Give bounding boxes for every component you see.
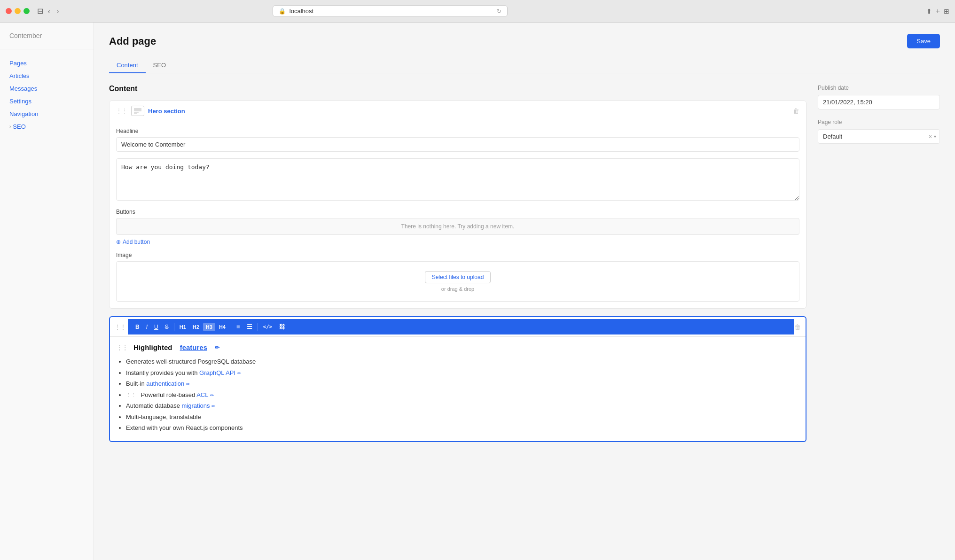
minimize-button[interactable] xyxy=(15,8,21,14)
migrations-link[interactable]: migrations xyxy=(182,402,210,409)
tabs: Content SEO xyxy=(109,58,940,73)
forward-button[interactable]: › xyxy=(55,7,61,16)
headline-input[interactable] xyxy=(116,137,799,152)
toolbar-ordered-list[interactable]: ☰ xyxy=(244,322,255,332)
item-drag-handle-2[interactable]: ⋮⋮ xyxy=(126,392,136,398)
content-layout: Content ⋮⋮ xyxy=(109,85,940,442)
upload-button[interactable]: Select files to upload xyxy=(425,271,491,283)
sidebar-brand: Contember xyxy=(0,32,94,49)
app-layout: Contember Pages Articles Messages Settin… xyxy=(0,23,955,560)
delete-hero-block-icon[interactable]: 🗑 xyxy=(793,107,799,115)
reload-icon[interactable]: ↻ xyxy=(497,8,501,15)
delete-features-block-icon[interactable]: 🗑 xyxy=(794,323,801,331)
hero-block-header: ⋮⋮ Hero section 🗑 xyxy=(110,101,806,121)
url-text: localhost xyxy=(290,8,313,15)
toolbar-h1[interactable]: H1 xyxy=(177,323,189,331)
browser-controls: ⊟ ‹ › xyxy=(37,7,61,16)
hero-block-title-row: ⋮⋮ Hero section xyxy=(116,106,185,116)
heading-text: Highlighted xyxy=(133,343,172,351)
list-item: ⋮⋮ Powerful role-based ACL ✏ xyxy=(126,390,799,400)
heading-link-word[interactable]: features xyxy=(180,343,207,351)
new-tab-icon[interactable]: + xyxy=(936,7,940,16)
toolbar-code[interactable]: </> xyxy=(260,322,275,331)
upload-zone[interactable]: Select files to upload or drag & drop xyxy=(116,261,799,302)
buttons-section: Buttons There is nothing here. Try addin… xyxy=(116,209,799,245)
link-edit-icon-4: ✏ xyxy=(211,404,215,409)
sidebar-link-pages[interactable]: Pages xyxy=(0,57,94,70)
back-button[interactable]: ‹ xyxy=(46,7,52,16)
close-button[interactable] xyxy=(6,8,12,14)
page-role-select[interactable]: Default Landing Blog xyxy=(818,129,940,144)
sidebar-divider xyxy=(0,49,94,49)
toolbar-unordered-list[interactable]: ≡ xyxy=(234,322,243,332)
hero-block-body: Headline How are you doing today? Button… xyxy=(110,121,806,308)
share-icon[interactable]: ⬆ xyxy=(926,8,932,15)
toolbar-bold[interactable]: B xyxy=(133,322,142,332)
grid-icon[interactable]: ⊞ xyxy=(944,8,949,15)
link-edit-icon-3: ✏ xyxy=(210,393,214,398)
graphql-link[interactable]: GraphQL API xyxy=(199,369,235,376)
sidebar-item-messages[interactable]: Messages xyxy=(0,82,94,95)
list-item: Built-in authentication ✏ xyxy=(126,379,799,389)
toolbar-h4[interactable]: H4 xyxy=(216,323,228,331)
tab-seo[interactable]: SEO xyxy=(146,58,173,73)
link-edit-icon: ✏ xyxy=(237,371,241,376)
buttons-empty-message: There is nothing here. Try adding a new … xyxy=(116,218,799,235)
sidebar-link-settings[interactable]: Settings xyxy=(0,95,94,108)
tab-content[interactable]: Content xyxy=(109,58,146,73)
sidebar-label-seo[interactable]: SEO xyxy=(13,123,25,130)
body-textarea[interactable]: How are you doing today? xyxy=(116,158,799,201)
acl-link[interactable]: ACL xyxy=(196,391,208,398)
sidebar-link-articles[interactable]: Articles xyxy=(0,70,94,82)
content-main: Content ⋮⋮ xyxy=(109,85,806,442)
sidebar-link-navigation[interactable]: Navigation xyxy=(0,108,94,120)
fullscreen-button[interactable] xyxy=(23,8,30,14)
toolbar-italic[interactable]: I xyxy=(143,322,150,332)
features-block-card: ⋮⋮ B I U S H1 H2 H3 H4 ≡ xyxy=(109,316,806,442)
save-button[interactable]: Save xyxy=(907,34,940,48)
svg-rect-0 xyxy=(134,108,141,111)
chevron-right-icon: › xyxy=(9,124,11,129)
list-item: Multi-language, translatable xyxy=(126,412,799,422)
sidebar-link-messages[interactable]: Messages xyxy=(0,82,94,95)
sidebar-item-seo[interactable]: › SEO xyxy=(0,120,94,133)
list-item: Generates well-structured PosgreSQL data… xyxy=(126,357,799,366)
browser-chrome: ⊟ ‹ › 🔒 localhost ↻ ⬆ + ⊞ xyxy=(0,0,955,23)
shield-icon: 🔒 xyxy=(279,8,286,15)
plus-circle-icon: ⊕ xyxy=(116,239,121,245)
add-button-label: Add button xyxy=(123,239,150,245)
toolbar-sep-3 xyxy=(258,323,258,331)
auth-link[interactable]: authentication xyxy=(146,380,184,387)
item-drag-handle[interactable]: ⋮⋮ xyxy=(117,344,128,351)
publish-date-input[interactable] xyxy=(818,95,940,109)
toolbar-underline[interactable]: U xyxy=(151,322,161,332)
clear-select-icon[interactable]: × xyxy=(929,133,932,140)
toolbar-link[interactable]: ⛓ xyxy=(276,322,288,332)
main-content: Add page Save Content SEO Content ⋮⋮ xyxy=(94,23,955,560)
sidebar-item-pages[interactable]: Pages xyxy=(0,57,94,70)
publish-date-label: Publish date xyxy=(818,85,940,91)
drag-handle-features[interactable]: ⋮⋮ xyxy=(115,324,126,330)
toolbar-strikethrough[interactable]: S xyxy=(162,322,172,332)
hero-block-title: Hero section xyxy=(148,108,185,115)
sidebar-nav: Pages Articles Messages Settings Navigat… xyxy=(0,57,94,133)
right-sidebar: Publish date Page role Default Landing B… xyxy=(818,85,940,153)
toolbar-sep-2 xyxy=(231,323,231,331)
drag-handle-hero[interactable]: ⋮⋮ xyxy=(116,108,127,114)
address-bar[interactable]: 🔒 localhost ↻ xyxy=(273,5,508,17)
editor-body[interactable]: ⋮⋮ Highlighted features ✏ Generates well… xyxy=(110,337,806,441)
upload-hint: or drag & drop xyxy=(441,286,474,292)
heading-link-icon: ✏ xyxy=(215,344,219,351)
toolbar-h2[interactable]: H2 xyxy=(190,323,202,331)
sidebar-item-settings[interactable]: Settings xyxy=(0,95,94,108)
sidebar-toggle-icon[interactable]: ⊟ xyxy=(37,7,43,16)
list-item: Extend with your own React.js components xyxy=(126,423,799,433)
sidebar-item-navigation[interactable]: Navigation xyxy=(0,108,94,120)
sidebar-item-articles[interactable]: Articles xyxy=(0,70,94,82)
editor-heading: ⋮⋮ Highlighted features ✏ xyxy=(117,343,799,351)
add-button-link[interactable]: ⊕ Add button xyxy=(116,239,150,245)
body-text-section: How are you doing today? xyxy=(116,158,799,202)
svg-rect-1 xyxy=(134,112,139,113)
toolbar-h3[interactable]: H3 xyxy=(203,323,215,331)
headline-label: Headline xyxy=(116,128,799,134)
